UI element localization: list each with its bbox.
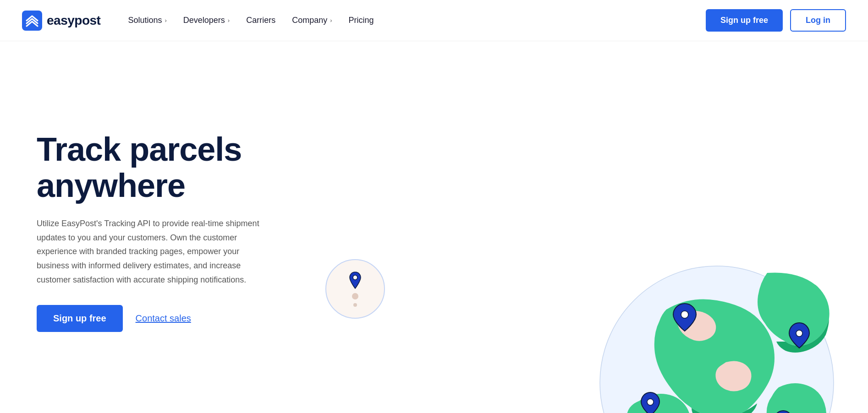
hero-buttons: Sign up free Contact sales xyxy=(37,305,293,332)
logo-icon xyxy=(22,11,42,31)
hero-title: Track parcels anywhere xyxy=(37,131,293,204)
nav-login-button[interactable]: Log in xyxy=(790,9,846,32)
hero-description: Utilize EasyPost's Tracking API to provi… xyxy=(37,217,266,287)
svg-rect-0 xyxy=(22,11,42,31)
svg-point-3 xyxy=(681,311,688,318)
nav-item-carriers[interactable]: Carriers xyxy=(246,16,275,25)
hero-section: Track parcels anywhere Utilize EasyPost'… xyxy=(0,41,868,413)
chevron-icon: › xyxy=(330,17,332,24)
nav-signup-button[interactable]: Sign up free xyxy=(706,9,783,32)
nav-links: Solutions › Developers › Carriers Compan… xyxy=(128,16,706,25)
chevron-icon: › xyxy=(228,17,230,24)
svg-point-4 xyxy=(647,399,654,405)
navbar: easypost Solutions › Developers › Carrie… xyxy=(0,0,868,41)
logo-text: easypost xyxy=(47,13,100,28)
logo-link[interactable]: easypost xyxy=(22,11,100,31)
nav-item-developers[interactable]: Developers › xyxy=(183,16,230,25)
nav-item-pricing[interactable]: Pricing xyxy=(349,16,374,25)
bubble-circle xyxy=(325,259,385,319)
hero-content: Track parcels anywhere Utilize EasyPost'… xyxy=(37,131,293,332)
nav-actions: Sign up free Log in xyxy=(706,9,846,32)
svg-point-5 xyxy=(796,330,802,337)
svg-point-1 xyxy=(353,275,357,280)
chevron-icon: › xyxy=(165,17,166,24)
nav-item-company[interactable]: Company › xyxy=(292,16,332,25)
bubble-pin-icon xyxy=(348,271,363,289)
nav-item-solutions[interactable]: Solutions › xyxy=(128,16,166,25)
bubble-dot-small xyxy=(353,303,357,307)
globe-svg xyxy=(575,245,841,413)
hero-contact-button[interactable]: Contact sales xyxy=(136,313,191,324)
bubble-dot-large xyxy=(352,293,358,299)
hero-signup-button[interactable]: Sign up free xyxy=(37,305,123,332)
